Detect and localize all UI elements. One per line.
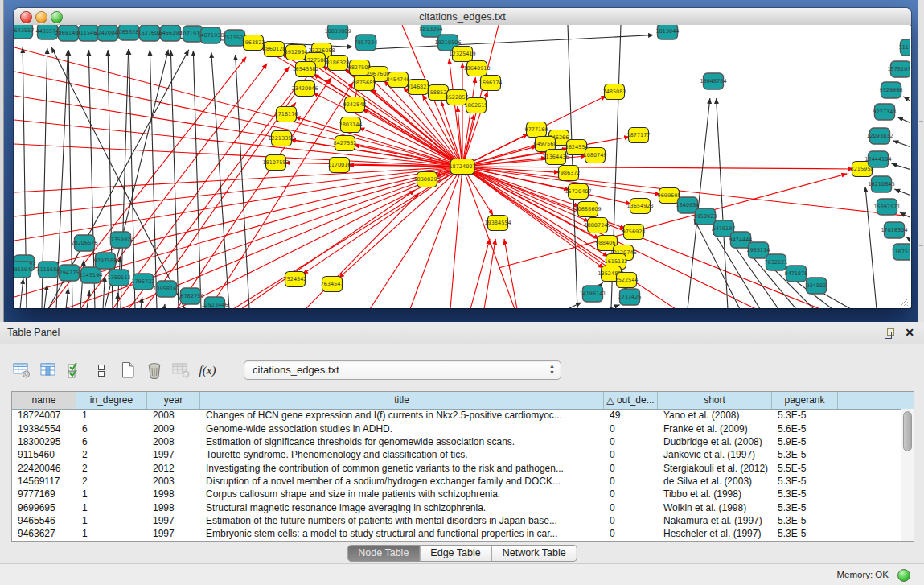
table-cell-in_degree[interactable]: 1 [76, 528, 147, 539]
table-cell-in_degree[interactable]: 6 [76, 423, 147, 435]
tab-network-table[interactable]: Network Table [492, 545, 577, 562]
table-cell-out_de[interactable]: 0 [604, 423, 658, 435]
table-row[interactable]: 1938455462009Genome-wide association stu… [12, 422, 901, 435]
table-cell-year[interactable]: 1997 [147, 515, 200, 526]
table-cell-pagerank[interactable]: 5.3E-5 [772, 476, 838, 487]
table-cell-out_de[interactable]: 0 [604, 488, 658, 500]
table-row[interactable]: 946554611997Estimation of the future num… [12, 514, 901, 527]
table-row[interactable]: 2242004622012Investigating the contribut… [12, 461, 901, 474]
table-cell-in_degree[interactable]: 6 [76, 436, 147, 447]
table-cell-pagerank[interactable]: 5.9E-5 [772, 436, 838, 447]
table-cell-name[interactable]: 22420046 [12, 463, 76, 474]
table-cell-title[interactable]: Estimation of the future numbers of pati… [200, 515, 604, 526]
table-cell-title[interactable]: Embryonic stem cells: a model to study s… [200, 528, 604, 539]
table-cell-pagerank[interactable]: 5.3E-5 [772, 410, 838, 421]
table-cell-name[interactable]: 18724007 [12, 410, 76, 421]
row-options-icon[interactable] [92, 361, 110, 379]
table-cell-in_degree[interactable]: 1 [76, 488, 147, 500]
table-cell-year[interactable]: 2008 [147, 410, 200, 421]
table-cell-year[interactable]: 1998 [147, 502, 200, 513]
table-row[interactable]: 1456911722003Disruption of a novel membe… [12, 475, 901, 488]
table-cell-title[interactable]: Estimation of significance thresholds fo… [200, 436, 604, 447]
table-cell-short[interactable]: Yano et al. (2008) [658, 410, 772, 421]
table-cell-year[interactable]: 1997 [147, 528, 200, 539]
table-cell-in_degree[interactable]: 1 [76, 502, 147, 513]
table-cell-title[interactable]: Disruption of a novel member of a sodium… [200, 476, 604, 487]
function-builder-icon[interactable]: f(x) [199, 361, 216, 379]
table-cell-title[interactable]: Structural magnetic resonance image aver… [200, 502, 604, 513]
close-panel-icon[interactable]: ✕ [905, 326, 914, 339]
show-columns-icon[interactable] [39, 361, 57, 379]
vertical-scrollbar[interactable] [901, 409, 914, 541]
table-row[interactable]: 946362711997Embryonic stem cells: a mode… [12, 527, 901, 540]
table-cell-year[interactable]: 1997 [147, 449, 200, 460]
table-cell-title[interactable]: Tourette syndrome. Phenomenology and cla… [200, 449, 604, 460]
table-cell-name[interactable]: 19384554 [12, 423, 76, 435]
table-cell-out_de[interactable]: 0 [604, 502, 658, 513]
table-cell-short[interactable]: de Silva et al. (2003) [658, 476, 772, 487]
table-cell-year[interactable]: 1998 [147, 488, 200, 500]
column-header-title[interactable]: title [200, 392, 604, 409]
zoom-window-icon[interactable] [51, 11, 63, 23]
table-cell-pagerank[interactable]: 5.3E-5 [772, 488, 838, 500]
minimize-window-icon[interactable] [35, 11, 47, 23]
table-cell-name[interactable]: 9699695 [12, 502, 76, 513]
column-header-pagerank[interactable]: pagerank [772, 392, 838, 409]
table-cell-short[interactable]: Stergiakouli et al. (2012) [658, 463, 772, 474]
table-cell-pagerank[interactable]: 5.6E-5 [772, 423, 838, 435]
table-cell-name[interactable]: 9777169 [12, 488, 76, 500]
table-cell-title[interactable]: Genome-wide association studies in ADHD. [200, 423, 604, 435]
table-cell-in_degree[interactable]: 1 [76, 515, 147, 526]
table-cell-year[interactable]: 2008 [147, 436, 200, 447]
table-cell-pagerank[interactable]: 5.3E-5 [772, 502, 838, 513]
tab-edge-table[interactable]: Edge Table [420, 545, 491, 562]
table-cell-pagerank[interactable]: 5.3E-5 [772, 449, 838, 460]
table-cell-year[interactable]: 2003 [147, 476, 200, 487]
column-header-year[interactable]: year [147, 392, 200, 409]
tab-node-table[interactable]: Node Table [347, 545, 420, 562]
table-select[interactable]: citations_edges.txt ▲▼ [244, 360, 561, 380]
table-cell-in_degree[interactable]: 2 [76, 463, 147, 474]
table-cell-in_degree[interactable]: 2 [76, 476, 147, 487]
table-row[interactable]: 977716911998Corpus callosum shape and si… [12, 488, 901, 501]
table-cell-out_de[interactable]: 0 [604, 463, 658, 474]
table-cell-name[interactable]: 9115460 [12, 449, 76, 460]
table-cell-out_de[interactable]: 0 [604, 515, 658, 526]
table-cell-name[interactable]: 9463627 [12, 528, 76, 539]
table-cell-out_de[interactable]: 49 [604, 410, 658, 421]
table-cell-title[interactable]: Corpus callosum shape and size in male p… [200, 488, 604, 500]
select-all-icon[interactable] [66, 361, 84, 379]
table-cell-in_degree[interactable]: 2 [76, 449, 147, 460]
table-cell-short[interactable]: Tibbo et al. (1998) [658, 488, 772, 500]
delete-rows-icon[interactable] [146, 361, 163, 379]
table-cell-year[interactable]: 2009 [147, 423, 200, 435]
table-cell-out_de[interactable]: 0 [604, 449, 658, 460]
column-header-short[interactable]: short [658, 392, 772, 409]
table-cell-year[interactable]: 2012 [147, 463, 200, 474]
table-row[interactable]: 1830029562008Estimation of significance … [12, 435, 901, 448]
column-header-name[interactable]: name [12, 392, 76, 409]
table-cell-pagerank[interactable]: 5.5E-5 [772, 463, 838, 474]
scrollbar-thumb[interactable] [903, 411, 912, 451]
new-table-icon[interactable] [119, 361, 137, 379]
column-header-out_de[interactable]: △ out_de... [604, 392, 658, 409]
window-resize-grip-icon[interactable] [898, 296, 909, 307]
table-cell-out_de[interactable]: 0 [604, 436, 658, 447]
table-cell-out_de[interactable]: 0 [604, 476, 658, 487]
table-row[interactable]: 911546021997Tourette syndrome. Phenomeno… [12, 448, 901, 461]
table-cell-name[interactable]: 18300295 [12, 436, 76, 447]
table-cell-pagerank[interactable]: 5.3E-5 [772, 515, 838, 526]
table-cell-short[interactable]: Dudbridge et al. (2008) [658, 436, 772, 447]
table-cell-short[interactable]: Hescheler et al. (1997) [658, 528, 772, 539]
table-cell-in_degree[interactable]: 1 [76, 410, 147, 421]
table-cell-short[interactable]: Wolkin et al. (1998) [658, 502, 772, 513]
table-row[interactable]: 1872400712008Changes of HCN gene express… [12, 409, 901, 422]
table-cell-title[interactable]: Investigating the contribution of common… [200, 463, 604, 474]
table-settings-icon[interactable] [13, 361, 31, 379]
close-window-icon[interactable] [20, 11, 32, 23]
window-title-bar[interactable]: citations_edges.txt [14, 8, 911, 26]
table-cell-short[interactable]: Nakamura et al. (1997) [658, 515, 772, 526]
table-cell-short[interactable]: Jankovic et al. (1997) [658, 449, 772, 460]
table-cell-title[interactable]: Changes of HCN gene expression and I(f) … [200, 410, 604, 421]
table-cell-name[interactable]: 14569117 [12, 476, 76, 487]
